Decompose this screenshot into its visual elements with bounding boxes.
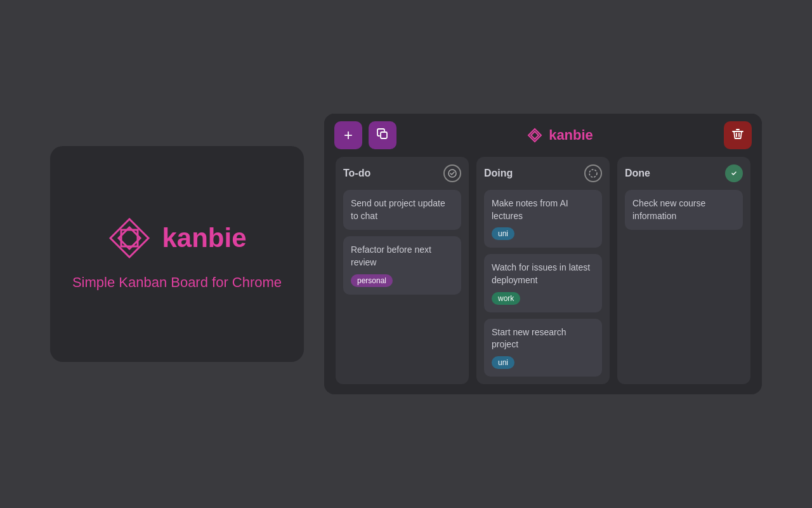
card-ai-lectures[interactable]: Make notes from AI lectures uni xyxy=(484,190,602,248)
tag-personal: personal xyxy=(351,274,393,287)
tag-uni-2: uni xyxy=(492,356,514,369)
column-todo: To-do Send out project update to chat Re… xyxy=(336,157,469,384)
column-todo-title: To-do xyxy=(343,168,370,179)
column-doing-header: Doing xyxy=(484,164,602,182)
board-title-area: kanbie xyxy=(396,127,724,144)
card-text: Start new research project xyxy=(492,327,566,350)
done-icon[interactable] xyxy=(725,164,743,182)
copy-button[interactable] xyxy=(369,121,396,149)
column-done-header: Done xyxy=(625,164,743,182)
card-text: Refactor before next review xyxy=(351,244,431,267)
kanban-board: + kanbie xyxy=(324,114,762,394)
add-board-button[interactable]: + xyxy=(334,121,362,149)
delete-board-button[interactable] xyxy=(724,121,752,149)
card-text: Check new course information xyxy=(632,198,705,221)
card-text: Send out project update to chat xyxy=(351,198,445,221)
card-course-information[interactable]: Check new course information xyxy=(625,190,743,230)
kanban-header: + kanbie xyxy=(324,114,762,157)
column-doing-title: Doing xyxy=(484,168,513,179)
trash-icon xyxy=(731,128,744,144)
todo-icon[interactable] xyxy=(443,164,461,182)
doing-icon[interactable] xyxy=(584,164,602,182)
header-actions-left: + xyxy=(334,121,396,149)
card-send-project-update[interactable]: Send out project update to chat xyxy=(343,190,461,230)
svg-point-7 xyxy=(589,170,597,177)
svg-marker-5 xyxy=(531,131,539,139)
column-done-title: Done xyxy=(625,168,650,179)
tagline: Simple Kanban Board for Chrome xyxy=(72,273,282,293)
board-title: kanbie xyxy=(549,127,593,144)
columns-container: To-do Send out project update to chat Re… xyxy=(324,157,762,394)
copy-icon xyxy=(376,128,389,144)
column-doing: Doing Make notes from AI lectures uni Wa… xyxy=(476,157,610,384)
card-text: Watch for issues in latest deployment xyxy=(492,262,590,285)
card-refactor-review[interactable]: Refactor before next review personal xyxy=(343,236,461,294)
card-deployment-issues[interactable]: Watch for issues in latest deployment wo… xyxy=(484,254,602,312)
svg-rect-3 xyxy=(381,132,387,138)
logo-area: kanbie xyxy=(107,216,246,260)
column-done: Done Check new course information xyxy=(617,157,750,384)
kanbie-logo-small xyxy=(527,128,542,143)
brand-name-large: kanbie xyxy=(162,223,246,253)
plus-icon: + xyxy=(344,126,353,144)
svg-marker-0 xyxy=(110,219,148,257)
main-container: kanbie Simple Kanban Board for Chrome + xyxy=(50,114,762,394)
tag-uni: uni xyxy=(492,227,514,240)
branding-card: kanbie Simple Kanban Board for Chrome xyxy=(50,146,304,362)
card-research-project[interactable]: Start new research project uni xyxy=(484,319,602,377)
tag-work: work xyxy=(492,292,520,305)
column-todo-header: To-do xyxy=(343,164,461,182)
card-text: Make notes from AI lectures xyxy=(492,198,568,221)
kanbie-logo-large xyxy=(107,216,152,260)
